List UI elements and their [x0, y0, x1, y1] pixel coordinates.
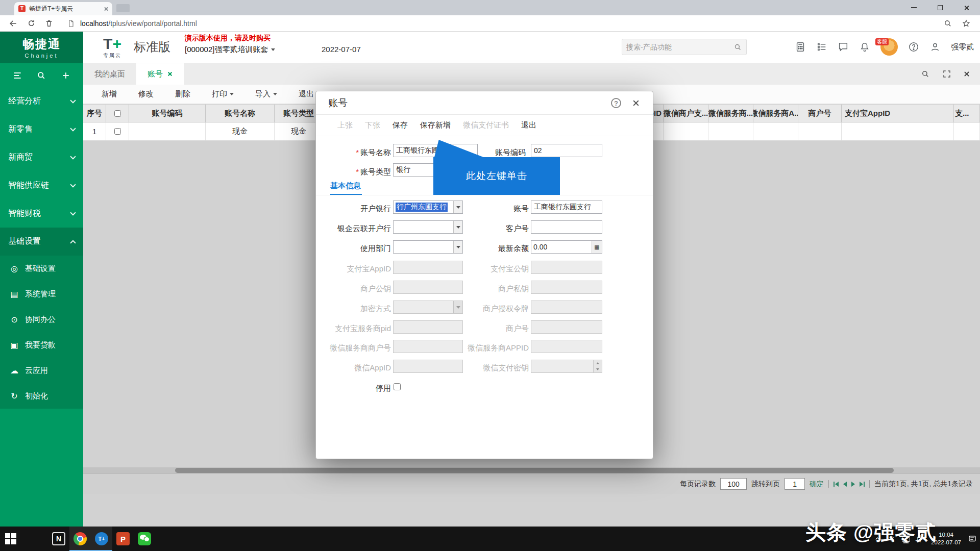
grid-header-wx-pay[interactable]: 微信商户支...	[664, 105, 708, 122]
wechat-cert-button[interactable]: 微信支付证书	[463, 120, 509, 130]
tab-close-icon[interactable]	[167, 71, 173, 77]
user-icon[interactable]	[929, 41, 941, 53]
save-and-new-button[interactable]: 保存新增	[420, 120, 451, 130]
calculator-icon[interactable]	[592, 241, 602, 253]
product-search-input[interactable]	[626, 43, 733, 51]
tab-my-desktop[interactable]: 我的桌面	[83, 63, 136, 85]
sidebar-item-loan[interactable]: 我要贷款	[0, 332, 83, 358]
save-button[interactable]: 保存	[393, 120, 408, 130]
search-icon[interactable]	[921, 69, 930, 79]
sidebar-section-supplychain[interactable]: 智能供应链	[0, 171, 83, 199]
delete-button[interactable]: 删除	[175, 89, 190, 99]
close-icon[interactable]	[964, 71, 970, 77]
grid-header-merchant[interactable]: 商户号	[798, 105, 842, 122]
calculator-icon[interactable]	[795, 41, 806, 53]
service-badge: 客服	[875, 38, 889, 45]
window-close-button[interactable]	[953, 0, 980, 15]
notification-center-icon[interactable]	[968, 534, 977, 543]
fullscreen-icon[interactable]	[942, 69, 951, 79]
account-code-input[interactable]	[531, 144, 602, 157]
select-all-checkbox[interactable]	[114, 110, 121, 117]
taskbar-app-notion[interactable]	[48, 527, 69, 551]
grid-header-code[interactable]: 账号编码	[129, 105, 206, 122]
account-set-selector[interactable]: [000002]强零贰培训账套	[185, 45, 275, 55]
tab-close-icon[interactable]	[104, 7, 108, 11]
taskbar-app-tplus[interactable]	[91, 527, 112, 551]
taskbar-app-presentation[interactable]	[112, 527, 134, 551]
start-button[interactable]	[0, 527, 21, 551]
row-checkbox[interactable]	[114, 128, 121, 135]
grid-header-wx-sp1[interactable]: 微信服务商...	[708, 105, 753, 122]
search-icon[interactable]	[733, 43, 742, 52]
username-label[interactable]: 强零贰	[951, 42, 974, 52]
first-page-button[interactable]	[834, 482, 839, 487]
help-icon[interactable]	[908, 41, 919, 53]
prev-record-button[interactable]: 上张	[337, 120, 353, 130]
tab-basic-info[interactable]: 基本信息	[330, 181, 361, 191]
browser-tab[interactable]: 畅捷通T+专属云	[14, 2, 112, 15]
next-record-button[interactable]: 下张	[365, 120, 380, 130]
dialog-exit-button[interactable]: 退出	[521, 120, 536, 130]
balance-value: 0.00	[533, 243, 547, 251]
edit-button[interactable]: 修改	[138, 89, 154, 99]
dialog-header: 账号	[316, 91, 653, 115]
print-button[interactable]: 打印	[212, 89, 234, 99]
refresh-icon[interactable]	[27, 18, 36, 28]
search-icon[interactable]	[943, 19, 952, 28]
message-icon[interactable]	[838, 41, 849, 53]
sidebar-section-basic-settings[interactable]: 基础设置	[0, 228, 83, 256]
search-icon[interactable]	[36, 70, 46, 81]
sidebar-section-analysis[interactable]: 经营分析	[0, 87, 83, 115]
confirm-button[interactable]: 确定	[810, 480, 824, 489]
section-label: 经营分析	[8, 96, 41, 107]
exit-button[interactable]: 退出	[299, 89, 314, 99]
balance-field[interactable]: 0.00	[531, 240, 602, 254]
trash-icon[interactable]	[44, 19, 54, 28]
help-icon[interactable]	[611, 98, 621, 108]
menu-icon[interactable]	[12, 70, 22, 81]
brand-cn: 畅捷通	[22, 36, 61, 52]
import-button[interactable]: 导入	[255, 89, 277, 99]
prev-page-button[interactable]	[843, 482, 847, 487]
grid-header-index[interactable]: 序号	[83, 105, 106, 122]
url-text[interactable]: localhost/tplus/view/portal/portal.html	[80, 19, 197, 28]
grid-header-wx-sp2[interactable]: 微信服务商A...	[753, 105, 798, 122]
stop-checkbox[interactable]	[394, 383, 401, 390]
customer-no-input[interactable]	[531, 220, 602, 234]
sidebar-item-system-management[interactable]: 系统管理	[0, 281, 83, 307]
product-search-box[interactable]	[622, 39, 747, 55]
sidebar-item-cloud-apps[interactable]: 云应用	[0, 358, 83, 383]
goto-page-input[interactable]	[785, 478, 805, 490]
service-avatar[interactable]: 客服	[880, 38, 898, 56]
horizontal-scrollbar[interactable]	[83, 467, 980, 473]
section-label: 智能供应链	[8, 180, 49, 191]
new-tab-button[interactable]	[116, 4, 130, 12]
sidebar-item-initialization[interactable]: 初始化	[0, 383, 83, 409]
bell-icon[interactable]	[859, 41, 870, 53]
grid-header-tail[interactable]: 支...	[954, 105, 980, 122]
back-icon[interactable]	[8, 18, 18, 29]
sidebar-item-basic-settings[interactable]: 基础设置	[0, 256, 83, 281]
add-button[interactable]: 新增	[102, 89, 117, 99]
next-page-button[interactable]	[851, 482, 855, 487]
window-minimize-button[interactable]	[900, 0, 927, 15]
scrollbar-thumb[interactable]	[175, 468, 894, 473]
taskbar-app-wechat[interactable]	[134, 527, 155, 551]
window-maximize-button[interactable]	[927, 0, 953, 15]
page-size-input[interactable]	[720, 478, 747, 490]
grid-header-name[interactable]: 账号名称	[206, 105, 275, 122]
taskbar-app-chrome[interactable]	[69, 527, 91, 551]
grid-header-alipay-appid[interactable]: 支付宝AppID	[842, 105, 954, 122]
account-no-input[interactable]	[531, 201, 602, 214]
task-list-icon[interactable]	[816, 41, 827, 53]
close-icon[interactable]	[632, 99, 640, 107]
tab-account[interactable]: 账号	[136, 63, 184, 85]
sidebar-submenu: 基础设置 系统管理 协同办公 我要贷款 云应用 初始化	[0, 256, 83, 409]
bookmark-star-icon[interactable]	[962, 19, 971, 28]
sidebar-section-trade[interactable]: 新商贸	[0, 143, 83, 171]
last-page-button[interactable]	[860, 482, 865, 487]
sidebar-section-tax[interactable]: 智能财税	[0, 199, 83, 228]
plus-icon[interactable]	[61, 70, 71, 81]
sidebar-item-collaboration[interactable]: 协同办公	[0, 307, 83, 332]
sidebar-section-retail[interactable]: 新零售	[0, 115, 83, 143]
